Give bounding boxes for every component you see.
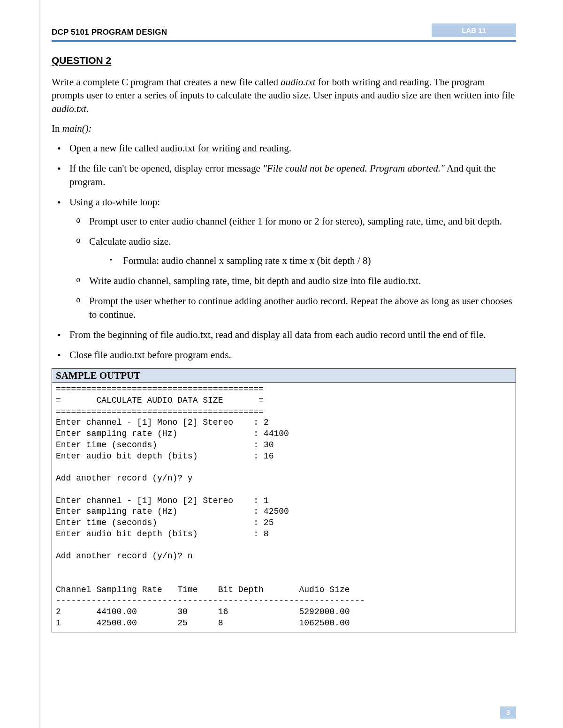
intro-text-c: . <box>86 103 89 114</box>
bullet-3-2-1: Formula: audio channel x sampling rate x… <box>106 254 516 268</box>
page-number: 3 <box>500 706 516 719</box>
intro-file2: audio.txt <box>52 103 86 114</box>
bullet-3-2-text: Calculate audio size. <box>89 236 171 247</box>
bullet-2a: If the file can't be opened, display err… <box>69 163 263 174</box>
in-main-a: In <box>52 123 62 134</box>
bullet-3-head: Using a do-while loop: <box>69 196 160 208</box>
left-edge-shadow <box>39 0 41 728</box>
bullet-3-2-sublist: Formula: audio channel x sampling rate x… <box>89 254 516 268</box>
bullet-5: Close file audio.txt before program ends… <box>52 348 516 362</box>
bullet-3-2: Calculate audio size. Formula: audio cha… <box>72 235 516 268</box>
question-intro: Write a complete C program that creates … <box>52 75 516 115</box>
bullet-1: Open a new file called audio.txt for wri… <box>52 142 516 155</box>
bullet-3: Using a do-while loop: Prompt user to en… <box>52 195 516 322</box>
lab-badge: LAB 11 <box>432 23 516 37</box>
bullet-list: Open a new file called audio.txt for wri… <box>52 142 516 362</box>
bullet-3-1: Prompt user to enter audio channel (eith… <box>72 215 516 228</box>
sample-output-box: SAMPLE OUTPUT ==========================… <box>52 368 516 632</box>
bullet-2-msg: "File could not be opened. Program abort… <box>263 163 445 174</box>
bullet-3-3: Write audio channel, sampling rate, time… <box>72 274 516 288</box>
question-title: QUESTION 2 <box>52 55 516 66</box>
bullet-4: From the beginning of file audio.txt, re… <box>52 328 516 342</box>
bullet-2: If the file can't be opened, display err… <box>52 162 516 189</box>
page-header: DCP 5101 PROGRAM DESIGN LAB 11 <box>52 23 516 37</box>
in-main-label: In main(): <box>52 122 516 135</box>
intro-file1: audio.txt <box>281 76 315 88</box>
header-rule <box>52 40 516 42</box>
document-page: DCP 5101 PROGRAM DESIGN LAB 11 QUESTION … <box>0 0 563 728</box>
in-main-b: main(): <box>62 123 92 134</box>
sample-output-body: ========================================… <box>52 383 516 632</box>
bullet-3-sublist: Prompt user to enter audio channel (eith… <box>69 215 516 322</box>
intro-text-a: Write a complete C program that creates … <box>52 76 281 88</box>
sample-output-header: SAMPLE OUTPUT <box>52 369 516 383</box>
bullet-3-4: Prompt the user whether to continue addi… <box>72 294 516 322</box>
course-code: DCP 5101 PROGRAM DESIGN <box>52 28 167 37</box>
